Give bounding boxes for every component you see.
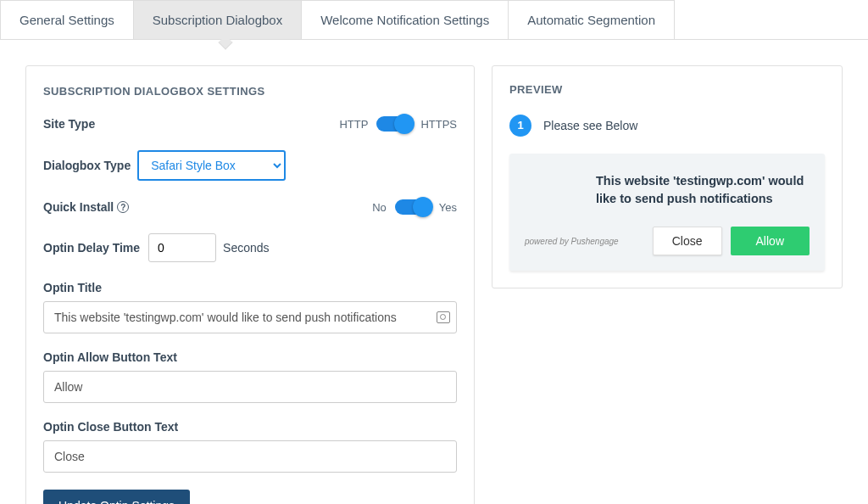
dialog-type-select[interactable]: Safari Style Box — [137, 150, 286, 181]
optin-delay-unit: Seconds — [223, 241, 269, 255]
tab-subscription[interactable]: Subscription Dialogbox — [133, 0, 302, 39]
toggle-knob-icon — [394, 114, 415, 134]
preview-title: PREVIEW — [509, 83, 825, 96]
help-icon: ? — [117, 201, 129, 213]
contact-card-icon — [437, 311, 450, 323]
step-badge: 1 — [509, 115, 531, 137]
optin-delay-input[interactable] — [148, 233, 216, 262]
tabs-nav: General Settings Subscription Dialogbox … — [0, 0, 868, 40]
quick-install-label: Quick Install — [43, 200, 114, 214]
optin-close-input[interactable] — [43, 440, 457, 473]
optin-delay-label: Optin Delay Time — [43, 241, 140, 255]
preview-dialog-title: This website 'testingwp.com' would like … — [596, 172, 810, 208]
powered-by-text: powered by Pushengage — [525, 237, 619, 246]
preview-panel: PREVIEW 1 Please see Below This website … — [492, 65, 843, 288]
tab-welcome[interactable]: Welcome Notification Settings — [301, 0, 509, 39]
optin-title-label: Optin Title — [43, 281, 457, 294]
settings-panel: SUBSCRIPTION DIALOGBOX SETTINGS Site Typ… — [25, 65, 475, 504]
preview-allow-button[interactable]: Allow — [731, 227, 810, 255]
quick-install-yes-text: Yes — [439, 201, 457, 214]
preview-close-button[interactable]: Close — [653, 227, 722, 255]
site-type-http-text: HTTP — [339, 118, 368, 131]
optin-close-label: Optin Close Button Text — [43, 420, 457, 434]
quick-install-no-text: No — [372, 201, 387, 214]
toggle-knob-icon — [413, 197, 433, 217]
settings-title: SUBSCRIPTION DIALOGBOX SETTINGS — [43, 85, 457, 98]
dialog-type-label: Dialogbox Type — [43, 159, 131, 172]
site-type-label: Site Type — [43, 117, 95, 131]
preview-subtitle: Please see Below — [543, 119, 637, 132]
optin-allow-input[interactable] — [43, 371, 457, 403]
update-settings-button[interactable]: Update Optin Settings — [43, 490, 190, 504]
optin-allow-label: Optin Allow Button Text — [43, 350, 457, 364]
tab-segmentation[interactable]: Automatic Segmention — [508, 0, 675, 39]
quick-install-toggle[interactable] — [395, 199, 431, 215]
site-type-https-text: HTTPS — [420, 118, 457, 131]
site-type-toggle[interactable] — [376, 116, 412, 132]
optin-title-input[interactable] — [43, 301, 457, 333]
tab-general[interactable]: General Settings — [0, 0, 134, 39]
preview-dialog: This website 'testingwp.com' would like … — [509, 154, 825, 271]
